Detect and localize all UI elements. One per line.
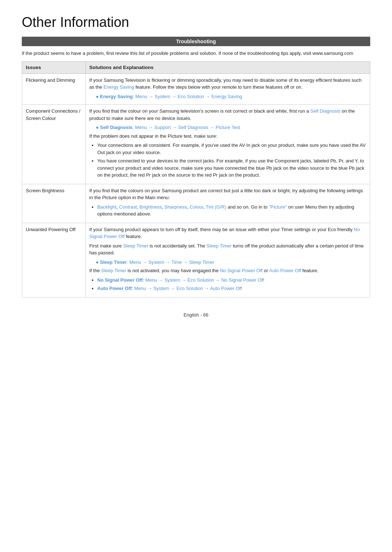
- bullet-list: Your connections are all consistent. For…: [89, 142, 366, 179]
- section-header: Troubleshooting: [22, 37, 370, 46]
- footer: English - 66: [22, 312, 370, 318]
- bullet-item: You have connected to your devices to th…: [97, 157, 366, 179]
- issue-cell: Screen Brightness: [22, 184, 86, 223]
- extra-paragraph: If the problem does not appear in the Pi…: [89, 133, 366, 140]
- table-row: Flickering and DimmingIf your Samsung Te…: [22, 73, 370, 105]
- troubleshooting-table: Issues Solutions and Explanations Flicke…: [22, 61, 370, 298]
- nav-line: ● Sleep Timer: Menu → System → Time → Sl…: [89, 259, 366, 266]
- nav-line: ● Self Diagnosis: Menu → Support → Self …: [89, 124, 366, 131]
- col-header-issues: Issues: [22, 61, 86, 73]
- page-title: Other Information: [22, 15, 370, 30]
- solution-cell: If you find that the colours on your Sam…: [86, 184, 370, 223]
- solution-paragraph: First make sure Sleep Timer is not accid…: [89, 242, 366, 257]
- bullet-item: Your connections are all consistent. For…: [97, 142, 366, 156]
- solution-paragraph: If you find that the colours on your Sam…: [89, 187, 366, 201]
- intro-text: If the product seems to have a problem, …: [22, 50, 370, 57]
- extra-paragraph: If the Sleep Timer is not activated, you…: [89, 267, 366, 274]
- issue-cell: Component Connections / Screen Colour: [22, 105, 86, 184]
- table-row: Screen BrightnessIf you find that the co…: [22, 184, 370, 223]
- solution-cell: If your Samsung product appears to turn …: [86, 223, 370, 297]
- solution-paragraph: If you find that the colour on your Sams…: [89, 108, 366, 122]
- issue-cell: Unwanted Powering Off: [22, 223, 86, 297]
- bullet-list: Backlight, Contrast, Brightness, Sharpne…: [89, 204, 366, 218]
- table-row: Unwanted Powering OffIf your Samsung pro…: [22, 223, 370, 297]
- bullet-list: No Signal Power Off: Menu → System → Eco…: [89, 277, 366, 292]
- solution-paragraph: If your Samsung Television is flickering…: [89, 77, 366, 91]
- issue-cell: Flickering and Dimming: [22, 73, 86, 105]
- solution-cell: If you find that the colour on your Sams…: [86, 105, 370, 184]
- table-row: Component Connections / Screen ColourIf …: [22, 105, 370, 184]
- solution-paragraph: If your Samsung product appears to turn …: [89, 226, 366, 240]
- nav-line: ● Energy Saving: Menu → System → Eco Sol…: [89, 93, 366, 100]
- bullet-item: No Signal Power Off: Menu → System → Eco…: [97, 277, 366, 284]
- solution-cell: If your Samsung Television is flickering…: [86, 73, 370, 105]
- bullet-item: Backlight, Contrast, Brightness, Sharpne…: [97, 204, 366, 218]
- bullet-item: Auto Power Off: Menu → System → Eco Solu…: [97, 285, 366, 292]
- col-header-solutions: Solutions and Explanations: [86, 61, 370, 73]
